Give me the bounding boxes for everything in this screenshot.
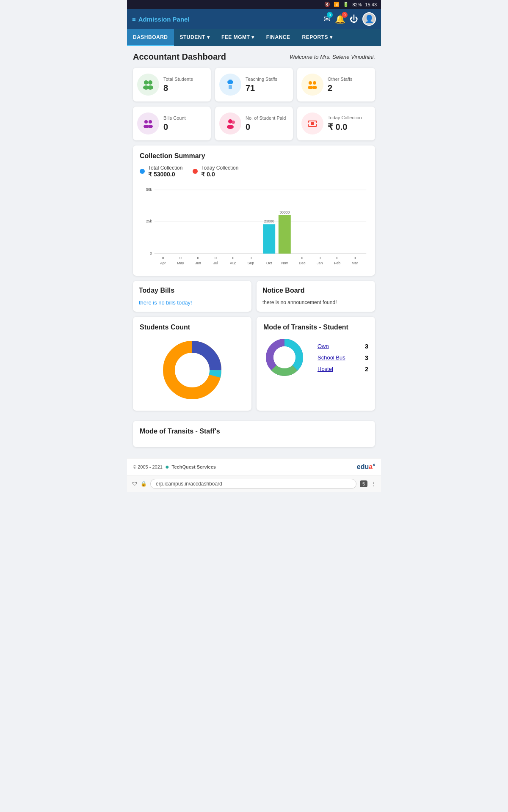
mode-transits-student-title: Mode of Transits - Student — [263, 324, 368, 331]
today-collection-info: Today Collection ₹ 0.0 — [328, 115, 371, 132]
browser-menu-icon[interactable]: ⋮ — [371, 481, 376, 487]
svg-text:Jan: Jan — [317, 261, 323, 265]
today-collection-dot — [193, 169, 198, 174]
lock-icon: 🔒 — [141, 481, 147, 487]
bell-badge: 0 — [342, 12, 348, 18]
svg-point-11 — [149, 120, 152, 123]
other-staffs-info: Other Staffs 2 — [328, 77, 371, 93]
email-badge: 0 — [327, 12, 333, 18]
svg-point-3 — [147, 85, 153, 90]
footer-copyright: © 2005 - 2021 — [133, 464, 163, 469]
stat-students-paid: No. of Student Paid 0 — [215, 107, 293, 140]
avatar[interactable]: 👤 — [362, 12, 376, 26]
notice-board-card: Notice Board there is no announcement fo… — [257, 281, 375, 312]
other-staffs-value: 2 — [328, 83, 371, 93]
page-title: Accountant Dashboard — [133, 52, 226, 62]
menu-item-reports[interactable]: REPORTS ▾ — [296, 29, 339, 46]
total-collection-legend: Total Collection ₹ 53000.0 — [140, 165, 182, 178]
svg-text:May: May — [177, 261, 184, 265]
students-count-card: Students Count — [133, 317, 251, 411]
students-paid-value: 0 — [246, 122, 289, 132]
svg-rect-20 — [308, 123, 309, 124]
svg-text:0: 0 — [354, 256, 356, 260]
svg-text:25k: 25k — [146, 219, 152, 223]
shield-icon: 🛡 — [132, 481, 137, 487]
svg-point-19 — [311, 122, 314, 125]
menu-item-fee-mgmt[interactable]: FEE MGMT ▾ — [215, 29, 260, 46]
today-bills-message: there is no bills today! — [139, 299, 246, 306]
today-collection-label: Today Collection — [328, 115, 371, 120]
today-collection-value: ₹ 0.0 — [328, 122, 371, 132]
svg-text:Mar: Mar — [352, 261, 358, 265]
bills-count-icon — [137, 112, 159, 134]
battery-percentage: 82% — [352, 2, 362, 7]
status-bar: 🔇 📶 🔋 82% 15:43 — [127, 0, 381, 9]
svg-text:0: 0 — [250, 256, 252, 260]
tab-count[interactable]: 5 — [360, 480, 367, 487]
svg-text:Sep: Sep — [248, 261, 254, 265]
svg-text:Feb: Feb — [334, 261, 340, 265]
svg-text:0: 0 — [215, 256, 217, 260]
svg-text:Jun: Jun — [195, 261, 201, 265]
svg-text:Jul: Jul — [213, 261, 218, 265]
svg-text:0: 0 — [179, 256, 182, 260]
transit-own-item: Own 3 — [318, 343, 368, 350]
power-icon[interactable]: ⏻ — [350, 14, 358, 24]
teaching-staffs-icon — [219, 74, 241, 96]
two-col-row-1: Today Bills there is no bills today! Not… — [133, 281, 375, 312]
battery-icon: 🔋 — [343, 2, 349, 7]
bar-nov — [279, 215, 291, 254]
browser-url[interactable]: erp.icampus.in/accdashboard — [150, 479, 356, 489]
chart-legend: Total Collection ₹ 53000.0 Today Collect… — [140, 165, 368, 178]
stats-row-1: Total Students 8 Teaching Staffs 71 — [133, 68, 375, 102]
total-collection-dot — [140, 169, 145, 174]
mode-transits-staff-card: Mode of Transits - Staff's — [133, 421, 375, 447]
transit-student-legend: Own 3 School Bus 3 Hostel 2 — [318, 343, 368, 373]
stat-bills-count: Bills Count 0 — [133, 107, 211, 140]
menu-item-dashboard[interactable]: DASHBOARD — [127, 29, 174, 46]
svg-text:0: 0 — [232, 256, 234, 260]
collection-summary-title: Collection Summary — [140, 152, 368, 160]
bar-chart-svg: 50k 25k 0 0 Apr 0 May 0 Jun — [140, 184, 368, 269]
svg-text:0: 0 — [197, 256, 199, 260]
clock: 15:43 — [365, 2, 377, 7]
svg-rect-21 — [315, 123, 317, 124]
svg-text:30000: 30000 — [279, 210, 290, 214]
top-nav: ≡ Admission Panel ✉ 0 🔔 0 ⏻ 👤 — [127, 9, 381, 29]
menu-item-student[interactable]: STUDENT ▾ — [174, 29, 216, 46]
bills-count-value: 0 — [163, 122, 207, 132]
other-staffs-label: Other Staffs — [328, 77, 371, 82]
svg-text:0: 0 — [150, 251, 152, 255]
transit-bus-item: School Bus 3 — [318, 354, 368, 361]
svg-text:Oct: Oct — [266, 261, 272, 265]
svg-text:Dec: Dec — [299, 261, 306, 265]
today-bills-card: Today Bills there is no bills today! — [133, 281, 251, 312]
page-header: Accountant Dashboard Welcome to Mrs. Sel… — [133, 52, 375, 62]
email-icon-badge[interactable]: ✉ 0 — [323, 14, 331, 24]
svg-text:50k: 50k — [146, 187, 152, 192]
app-title: ≡ Admission Panel — [132, 16, 190, 23]
welcome-text: Welcome to Mrs. Selene Vinodhini. — [290, 54, 375, 60]
techquest-logo: ● — [165, 463, 169, 471]
students-donut-chart — [158, 336, 226, 404]
notice-board-message: there is no announcement found! — [262, 299, 369, 305]
svg-point-10 — [144, 120, 148, 123]
svg-text:Nov: Nov — [282, 261, 288, 265]
teaching-staffs-value: 71 — [246, 83, 289, 93]
transit-hostel-item: Hostel 2 — [318, 365, 368, 373]
svg-point-15 — [227, 125, 234, 129]
svg-text:23000: 23000 — [264, 219, 274, 223]
menu-bar: DASHBOARD STUDENT ▾ FEE MGMT ▾ FINANCE R… — [127, 29, 381, 46]
svg-point-0 — [144, 80, 148, 85]
menu-lines-icon: ≡ — [132, 16, 136, 23]
svg-text:0: 0 — [319, 256, 321, 260]
notice-board-title: Notice Board — [262, 287, 369, 294]
total-collection-legend-info: Total Collection ₹ 53000.0 — [148, 165, 182, 178]
svg-text:0: 0 — [336, 256, 338, 260]
students-donut-container — [140, 336, 245, 404]
mute-icon: 🔇 — [324, 2, 330, 7]
students-paid-label: No. of Student Paid — [246, 115, 289, 121]
bar-oct — [263, 224, 275, 253]
menu-item-finance[interactable]: FINANCE — [260, 29, 296, 46]
bell-icon-badge[interactable]: 🔔 0 — [335, 14, 345, 24]
